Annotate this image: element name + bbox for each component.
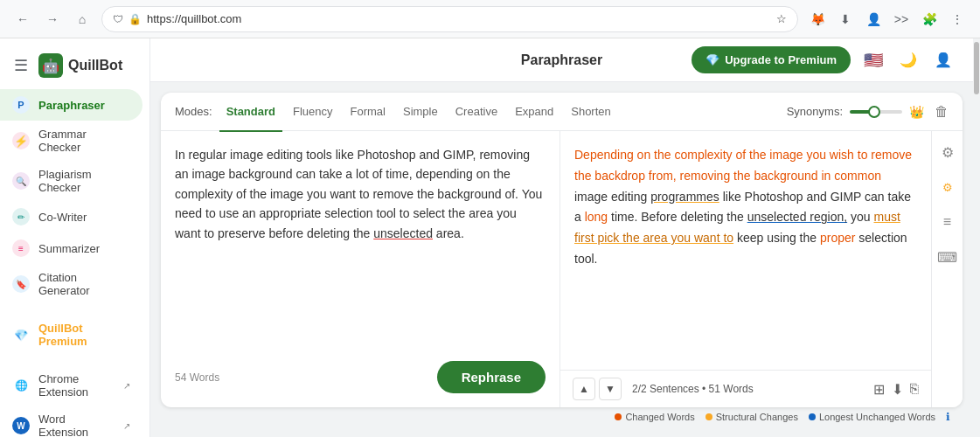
longest-unchanged-label: Longest Unchanged Words — [819, 412, 935, 422]
synonyms-slider-thumb[interactable] — [868, 106, 880, 118]
menu-dots-icon[interactable]: ⋮ — [945, 7, 970, 31]
sidebar-label-grammar: Grammar Checker — [38, 128, 130, 154]
sidebar-header: ☰ 🤖 QuillBot — [0, 45, 149, 89]
synonyms-area: Synonyms: 👑 — [787, 105, 924, 119]
mode-standard[interactable]: Standard — [219, 101, 282, 121]
sidebar-label-word: Word Extension — [38, 413, 115, 437]
underlined-word: unselected — [373, 226, 433, 240]
bookmark-icon[interactable]: ☆ — [776, 12, 787, 25]
back-button[interactable]: ← — [10, 7, 35, 31]
legend-structural-changes: Structural Changes — [705, 412, 798, 422]
sidebar-item-summarizer[interactable]: ≡ Summarizer — [0, 232, 142, 264]
keyboard-tool-button[interactable]: ⌨ — [934, 243, 962, 271]
url-text: https://quillbot.com — [147, 12, 771, 25]
mode-simple[interactable]: Simple — [396, 101, 445, 121]
scrollbar[interactable] — [973, 38, 980, 437]
forward-button[interactable]: → — [40, 7, 65, 31]
changed-words-label: Changed Words — [625, 412, 694, 422]
output-text-normal-4: you — [847, 210, 873, 224]
sidebar-item-grammar-checker[interactable]: ⚡ Grammar Checker — [0, 121, 142, 161]
sidebar-item-co-writer[interactable]: ✏ Co-Writer — [0, 201, 142, 232]
output-text-area: Depending on the complexity of the image… — [560, 131, 931, 370]
summarizer-icon: ≡ — [12, 239, 30, 257]
profile-icon[interactable]: 👤 — [861, 7, 886, 31]
gear-tool-button[interactable]: ⚙ — [934, 138, 962, 166]
dark-mode-button[interactable]: 🌙 — [896, 48, 921, 73]
mode-creative[interactable]: Creative — [448, 101, 504, 121]
output-text-long: long — [585, 210, 608, 224]
legend-longest-unchanged: Longest Unchanged Words — [809, 412, 935, 422]
structural-changes-dot — [705, 413, 712, 420]
panels-area: In regular image editing tools like Phot… — [161, 131, 963, 407]
modes-label: Modes: — [175, 105, 212, 118]
input-panel: In regular image editing tools like Phot… — [161, 131, 560, 407]
sidebar-item-chrome-extension[interactable]: 🌐 Chrome Extension ↗ — [0, 365, 142, 406]
output-text-proper: proper — [820, 231, 855, 245]
legend-bar: Changed Words Structural Changes Longest… — [161, 407, 963, 427]
premium-crown-icon: 👑 — [909, 105, 924, 119]
lock-icon: 🔒 — [129, 13, 142, 25]
scroll-thumb[interactable] — [974, 42, 979, 94]
output-text-normal-3: time. Before deleting the — [608, 210, 747, 224]
sidebar-label-co-writer: Co-Writer — [38, 211, 87, 224]
hamburger-menu-button[interactable]: ☰ — [10, 52, 31, 79]
mode-shorten[interactable]: Shorten — [564, 101, 618, 121]
sidebar-label-citation: Citation Generator — [38, 271, 130, 297]
main-content-area: Modes: Standard Fluency Formal Simple Cr… — [150, 82, 973, 437]
sidebar-item-premium[interactable]: 💎 QuillBot Premium — [0, 315, 142, 355]
mode-formal[interactable]: Formal — [344, 101, 393, 121]
diamond-icon: 💎 — [705, 53, 719, 66]
sidebar-label-plagiarism: Plagiarism Checker — [38, 168, 130, 194]
output-text-longest: unselected region, — [747, 210, 847, 224]
user-profile-button[interactable]: 👤 — [931, 48, 956, 73]
sidebar-label-summarizer: Summarizer — [38, 242, 100, 255]
extensions-icon[interactable]: >> — [889, 7, 914, 31]
output-footer: ▲ ▼ 2/2 Sentences • 51 Words ⊞ ⬇ ⎘ — [560, 370, 931, 407]
output-text-common: common — [834, 169, 881, 183]
clear-button[interactable]: 🗑 — [935, 104, 949, 120]
address-bar[interactable]: 🛡 🔒 https://quillbot.com ☆ — [101, 6, 798, 32]
main-area: Paraphraser 💎 Upgrade to Premium 🇺🇸 🌙 👤 … — [150, 38, 973, 437]
pocket-icon[interactable]: 🦊 — [805, 7, 830, 31]
word-icon: W — [12, 417, 30, 434]
browser-actions: 🦊 ⬇ 👤 >> 🧩 ⋮ — [805, 7, 970, 31]
mode-expand[interactable]: Expand — [508, 101, 560, 121]
browser-nav: ← → ⌂ — [10, 7, 94, 31]
longest-unchanged-dot — [809, 413, 816, 420]
output-panel: Depending on the complexity of the image… — [560, 131, 931, 407]
sidebar-label-paraphraser: Paraphraser — [38, 99, 105, 112]
header-actions: 💎 Upgrade to Premium 🇺🇸 🌙 👤 — [602, 46, 956, 73]
download-output-button[interactable]: ⬇ — [892, 381, 903, 398]
legend-info-icon[interactable]: ℹ — [946, 411, 950, 423]
upgrade-button[interactable]: 💎 Upgrade to Premium — [692, 46, 851, 73]
logo-text: QuillBot — [68, 58, 122, 73]
rephrase-button[interactable]: Rephrase — [437, 361, 546, 393]
home-button[interactable]: ⌂ — [70, 7, 94, 31]
changed-words-dot — [615, 413, 622, 420]
input-text-area[interactable]: In regular image editing tools like Phot… — [175, 145, 546, 343]
tree-tool-button[interactable]: ⚙ — [934, 173, 962, 201]
premium-icon: 💎 — [12, 326, 30, 343]
plagiarism-icon: 🔍 — [12, 172, 30, 190]
logo-area: 🤖 QuillBot — [38, 53, 122, 78]
right-tools: ⚙ ⚙ ≡ ⌨ — [931, 131, 963, 407]
shield-icon: 🛡 — [113, 13, 123, 25]
modes-bar: Modes: Standard Fluency Formal Simple Cr… — [161, 93, 963, 131]
sidebar-item-plagiarism-checker[interactable]: 🔍 Plagiarism Checker — [0, 161, 142, 201]
logo-icon: 🤖 — [38, 53, 63, 78]
sidebar-item-citation-generator[interactable]: 🔖 Citation Generator — [0, 264, 142, 304]
copy-output-button[interactable]: ⎘ — [910, 381, 919, 398]
sidebar-item-word-extension[interactable]: W Word Extension ↗ — [0, 406, 142, 437]
extensions-puzzle-icon[interactable]: 🧩 — [917, 7, 942, 31]
mode-fluency[interactable]: Fluency — [286, 101, 340, 121]
language-flag-button[interactable]: 🇺🇸 — [861, 48, 886, 73]
synonyms-label: Synonyms: — [787, 105, 843, 118]
sidebar-item-paraphraser[interactable]: P Paraphraser — [0, 89, 142, 121]
synonyms-slider-track[interactable] — [850, 110, 902, 114]
compare-icon[interactable]: ⊞ — [873, 381, 885, 398]
output-text-structural: programmes — [650, 190, 719, 204]
lines-tool-button[interactable]: ≡ — [934, 208, 962, 236]
arrow-up-button[interactable]: ▲ — [573, 378, 595, 400]
download-icon[interactable]: ⬇ — [833, 7, 858, 31]
arrow-down-button[interactable]: ▼ — [599, 378, 622, 400]
